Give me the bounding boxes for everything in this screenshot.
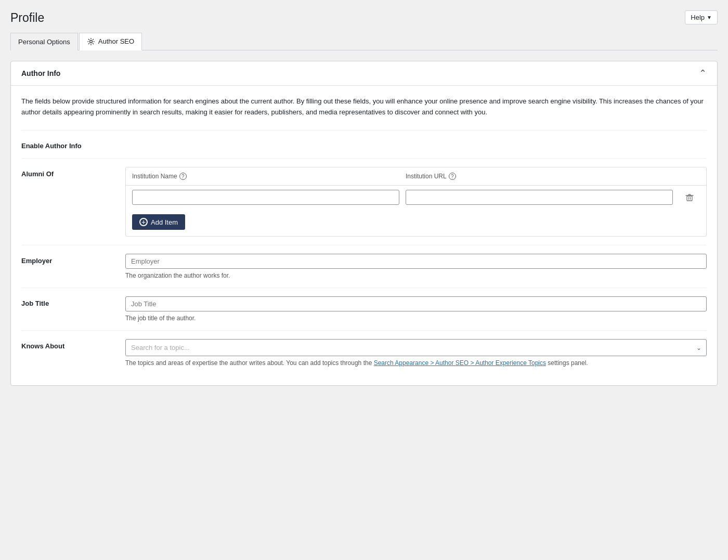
employer-hint: The organization the author works for.	[125, 272, 707, 279]
institution-url-help-icon[interactable]: ?	[449, 173, 456, 180]
page-title: Profile	[10, 10, 44, 26]
alumni-header: Institution Name ? Institution URL ?	[126, 167, 706, 186]
alumni-of-label: Alumni Of	[21, 167, 125, 178]
trash-icon	[685, 193, 694, 202]
collapse-button[interactable]: ⌃	[699, 69, 707, 78]
job-title-row: Job Title The job title of the author.	[21, 288, 707, 330]
help-button[interactable]: Help ▼	[685, 10, 718, 24]
enable-author-info-row: Enable Author Info	[21, 130, 707, 158]
enable-author-info-control	[125, 139, 707, 147]
tab-personal-options[interactable]: Personal Options	[10, 33, 78, 50]
knows-about-link[interactable]: Search Appearance > Author SEO > Author …	[374, 359, 546, 367]
job-title-control: The job title of the author.	[125, 296, 707, 322]
job-title-input[interactable]	[125, 296, 707, 311]
employer-control: The organization the author works for.	[125, 254, 707, 279]
card-header: Author Info ⌃	[11, 61, 717, 86]
chevron-down-icon: ▼	[707, 15, 712, 20]
description-text: The fields below provide structured info…	[21, 96, 707, 118]
svg-point-0	[89, 40, 92, 43]
tab-author-seo[interactable]: Author SEO	[79, 33, 142, 50]
card-title: Author Info	[21, 69, 60, 77]
gear-icon	[87, 37, 95, 46]
alumni-box: Institution Name ? Institution URL ?	[125, 167, 707, 237]
alumni-of-row: Alumni Of Institution Name ? Institution…	[21, 158, 707, 245]
knows-about-row: Knows About Search for a topic... ⌄ The …	[21, 330, 707, 375]
institution-url-input[interactable]	[406, 190, 673, 205]
institution-url-col-label: Institution URL ?	[406, 173, 673, 180]
plus-circle-icon: +	[139, 218, 148, 226]
author-info-card: Author Info ⌃ The fields below provide s…	[10, 61, 718, 386]
enable-author-info-label: Enable Author Info	[21, 139, 125, 150]
employer-label: Employer	[21, 254, 125, 265]
alumni-of-control: Institution Name ? Institution URL ?	[125, 167, 707, 237]
employer-input[interactable]	[125, 254, 707, 269]
knows-about-select[interactable]: Search for a topic...	[125, 339, 707, 356]
job-title-hint: The job title of the author.	[125, 315, 707, 322]
alumni-input-row	[126, 186, 706, 209]
employer-row: Employer The organization the author wor…	[21, 245, 707, 288]
alumni-delete-col	[679, 173, 700, 180]
card-body: The fields below provide structured info…	[11, 86, 717, 386]
knows-about-label: Knows About	[21, 339, 125, 350]
knows-about-select-wrapper: Search for a topic... ⌄	[125, 339, 707, 356]
delete-alumni-button[interactable]	[679, 191, 700, 204]
job-title-label: Job Title	[21, 296, 125, 307]
add-item-button[interactable]: + Add Item	[132, 214, 185, 230]
knows-about-hint: The topics and areas of expertise the au…	[125, 359, 707, 367]
tabs-container: Personal Options Author SEO	[10, 32, 718, 50]
institution-name-col-label: Institution Name ?	[132, 173, 399, 180]
knows-about-control: Search for a topic... ⌄ The topics and a…	[125, 339, 707, 367]
institution-name-input[interactable]	[132, 190, 399, 205]
institution-name-help-icon[interactable]: ?	[179, 173, 187, 180]
page-header: Profile Help ▼	[10, 10, 718, 26]
svg-rect-1	[687, 196, 692, 201]
